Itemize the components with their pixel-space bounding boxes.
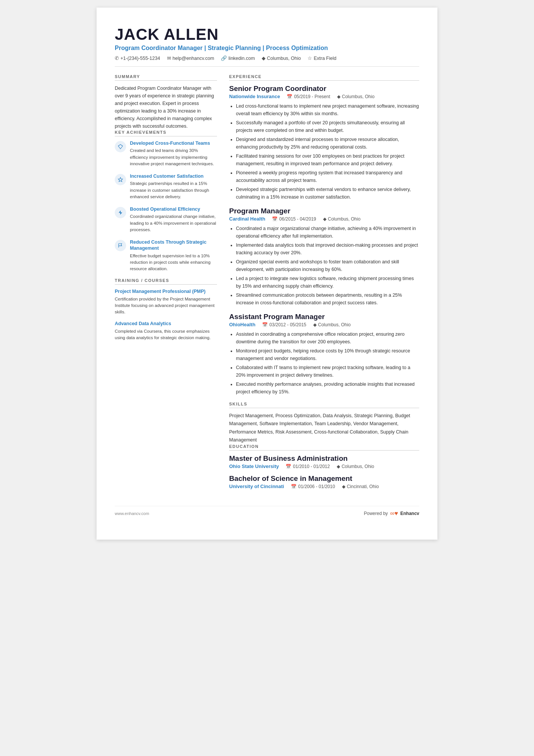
achievement-content: Boosted Operational Efficiency Coordinat…: [130, 206, 217, 233]
job-meta: Cardinal Health 📅 06/2015 - 04/2019 ◆ Co…: [229, 216, 419, 222]
pin-icon: ◆: [337, 94, 340, 99]
edu-meta: University of Cincinnati 📅 01/2006 - 01/…: [229, 484, 419, 489]
school-name: Ohio State University: [229, 463, 279, 469]
achievement-title: Developed Cross-Functional Teams: [130, 140, 217, 146]
job-entry: Program Manager Cardinal Health 📅 06/201…: [229, 207, 419, 307]
contact-bar: ✆ +1-(234)-555-1234 ✉ help@enhancv.com 🔗…: [115, 55, 419, 67]
achievement-content: Reduced Costs Through Strategic Manageme…: [130, 239, 217, 272]
calendar-icon: 📅: [262, 322, 268, 327]
star-achievement-icon: [118, 177, 123, 182]
achievement-desc: Effective budget supervision led to a 10…: [130, 253, 217, 272]
bullet: Executed monthly performance analyses, p…: [236, 380, 419, 396]
education-item: Bachelor of Science in Management Univer…: [229, 474, 419, 489]
job-dates: 📅 05/2019 - Present: [287, 94, 330, 99]
job-bullets: Assisted in coordinating a comprehensive…: [229, 330, 419, 396]
company-name: Cardinal Health: [229, 216, 265, 222]
achievement-desc: Coordinated organizational change initia…: [130, 213, 217, 233]
training-section: TRAINING / COURSES Project Management Pr…: [115, 278, 217, 341]
contact-linkedin: 🔗 linkedin.com: [221, 55, 255, 61]
summary-text: Dedicated Program Coordinator Manager wi…: [115, 85, 217, 130]
bullet: Facilitated training sessions for over 1…: [236, 152, 419, 167]
experience-label: EXPERIENCE: [229, 74, 419, 81]
enhancv-logo-icon: ∞♥: [390, 510, 398, 517]
job-location: ◆ Columbus, Ohio: [313, 322, 351, 327]
pin-icon: ◆: [313, 322, 317, 327]
education-label: EDUCATION: [229, 444, 419, 451]
location-icon: ◆: [262, 55, 265, 61]
pin-icon: ◆: [323, 216, 326, 222]
job-title: Program Coordinator Manager | Strategic …: [115, 45, 419, 52]
edu-location: ◆ Columbus, Ohio: [337, 464, 374, 469]
course-title: Project Management Professional (PMP): [115, 288, 217, 294]
job-meta: Nationwide Insurance 📅 05/2019 - Present…: [229, 94, 419, 99]
job-entry: Assistant Program Manager OhioHealth 📅 0…: [229, 313, 419, 396]
company-name: Nationwide Insurance: [229, 94, 280, 99]
job-bullets: Coordinated a major organizational chang…: [229, 225, 419, 307]
contact-phone: ✆ +1-(234)-555-1234: [115, 55, 160, 61]
course-title: Advanced Data Analytics: [115, 321, 217, 327]
flag-icon: [118, 243, 123, 248]
phone-icon: ✆: [115, 55, 119, 61]
resume-page: JACK ALLEN Program Coordinator Manager |…: [97, 8, 437, 540]
skills-section: SKILLS Project Management, Process Optim…: [229, 402, 419, 444]
achievement-icon-diamond: [115, 141, 126, 152]
achievements-label: KEY ACHIEVEMENTS: [115, 130, 217, 136]
bullet: Designed and standardized internal proce…: [236, 136, 419, 151]
achievement-desc: Created and led teams driving 30% effici…: [130, 147, 217, 167]
achievement-item: Reduced Costs Through Strategic Manageme…: [115, 239, 217, 272]
contact-location: ◆ Columbus, Ohio: [262, 55, 301, 61]
left-column: SUMMARY Dedicated Program Coordinator Ma…: [115, 74, 217, 495]
education-item: Master of Business Administration Ohio S…: [229, 454, 419, 469]
achievement-icon-star: [115, 174, 126, 185]
footer-website: www.enhancv.com: [115, 511, 149, 516]
course-desc: Certification provided by the Project Ma…: [115, 296, 217, 316]
bullet: Streamlined communication protocols betw…: [236, 291, 419, 307]
job-dates: 📅 06/2015 - 04/2019: [272, 216, 316, 222]
bullet: Coordinated a major organizational chang…: [236, 225, 419, 240]
contact-email: ✉ help@enhancv.com: [167, 55, 214, 61]
skills-text: Project Management, Process Optimization…: [229, 412, 419, 444]
footer: www.enhancv.com Powered by ∞♥ Enhancv: [115, 506, 419, 517]
achievement-item: Increased Customer Satisfaction Strategi…: [115, 173, 217, 200]
course-item: Advanced Data Analytics Completed via Co…: [115, 321, 217, 341]
email-icon: ✉: [167, 55, 171, 61]
edu-meta: Ohio State University 📅 01/2010 - 01/201…: [229, 463, 419, 469]
bullet: Monitored project budgets, helping reduc…: [236, 347, 419, 362]
achievement-icon-flag: [115, 240, 126, 251]
svg-marker-1: [119, 210, 122, 215]
skills-label: SKILLS: [229, 402, 419, 408]
job-location: ◆ Columbus, Ohio: [337, 94, 375, 99]
bullet: Led cross-functional teams to implement …: [236, 102, 419, 117]
company-name: OhioHealth: [229, 322, 255, 327]
summary-label: SUMMARY: [115, 74, 217, 81]
svg-marker-0: [118, 177, 123, 182]
edu-dates: 📅 01/2006 - 01/2010: [291, 484, 335, 489]
contact-extra: ☆ Extra Field: [308, 55, 336, 61]
bullet: Assisted in coordinating a comprehensive…: [236, 330, 419, 346]
achievement-desc: Strategic partnerships resulted in a 15%…: [130, 180, 217, 200]
bullet: Implemented data analytics tools that im…: [236, 241, 419, 257]
edu-location: ◆ Cincinnati, Ohio: [342, 484, 379, 489]
body-layout: SUMMARY Dedicated Program Coordinator Ma…: [115, 74, 419, 495]
footer-brand: Powered by ∞♥ Enhancv: [364, 510, 419, 517]
achievement-title: Reduced Costs Through Strategic Manageme…: [130, 239, 217, 252]
achievement-item: Boosted Operational Efficiency Coordinat…: [115, 206, 217, 233]
job-bullets: Led cross-functional teams to implement …: [229, 102, 419, 201]
education-section: EDUCATION Master of Business Administrat…: [229, 444, 419, 489]
achievement-title: Boosted Operational Efficiency: [130, 206, 217, 212]
edu-dates: 📅 01/2010 - 01/2012: [286, 464, 329, 469]
course-desc: Completed via Coursera, this course emph…: [115, 328, 217, 341]
bullet: Successfully managed a portfolio of over…: [236, 119, 419, 134]
achievement-icon-bolt: [115, 207, 126, 218]
job-title-text: Assistant Program Manager: [229, 313, 419, 321]
header: JACK ALLEN Program Coordinator Manager |…: [115, 26, 419, 67]
degree-title: Master of Business Administration: [229, 454, 419, 463]
calendar-icon: 📅: [287, 94, 292, 99]
calendar-icon: 📅: [272, 216, 278, 222]
job-title-text: Program Manager: [229, 207, 419, 215]
degree-title: Bachelor of Science in Management: [229, 474, 419, 483]
job-meta: OhioHealth 📅 03/2012 - 05/2015 ◆ Columbu…: [229, 322, 419, 327]
job-dates: 📅 03/2012 - 05/2015: [262, 322, 306, 327]
training-label: TRAINING / COURSES: [115, 278, 217, 285]
pin-icon: ◆: [342, 484, 345, 489]
